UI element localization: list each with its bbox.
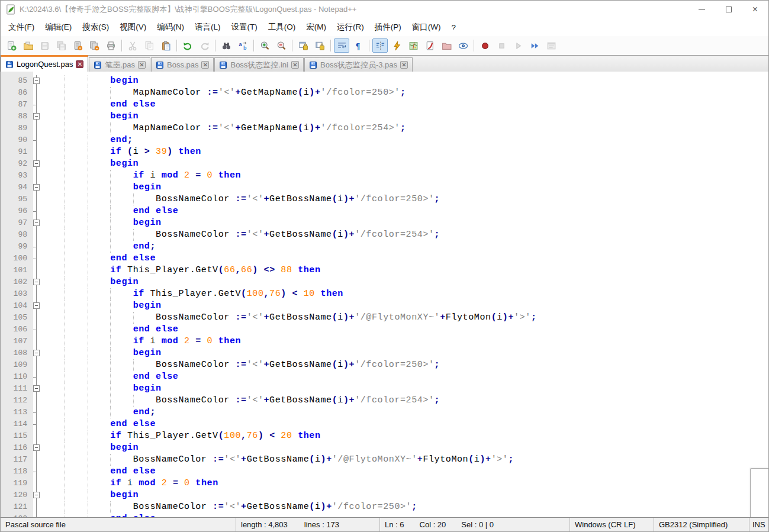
fold-collapse-box-icon[interactable] <box>33 492 40 498</box>
code-line[interactable]: BossNameColor :='<'+GetBossName(i)+'/fco… <box>41 501 417 513</box>
indent-guide-button[interactable] <box>372 38 388 53</box>
eol-format-indicator[interactable]: Windows (CR LF) <box>570 518 654 531</box>
code-line[interactable]: end else <box>41 205 178 217</box>
code-line[interactable]: begin <box>41 489 139 501</box>
code-line[interactable]: end; <box>41 241 156 253</box>
tab-笔墨.pas[interactable]: 笔墨.pas✕ <box>89 57 150 72</box>
function-list-button[interactable] <box>389 38 404 53</box>
fold-collapse-box-icon[interactable] <box>33 184 40 191</box>
cursor-position-section[interactable]: Ln : 6 Col : 20 Sel : 0 | 0 <box>380 518 569 531</box>
fold-collapse-box-icon[interactable] <box>33 385 40 392</box>
code-line[interactable]: if i mod 2 = 0 then <box>41 336 241 347</box>
code-line[interactable]: end else <box>41 99 156 111</box>
code-line[interactable]: end else <box>41 513 156 517</box>
code-line[interactable]: begin <box>41 300 162 312</box>
menu-item-O[interactable]: 工具(O) <box>263 20 301 35</box>
code-line[interactable]: begin <box>41 217 162 229</box>
show-all-chars-button[interactable]: ¶ <box>350 38 366 53</box>
fold-collapse-box-icon[interactable] <box>33 160 40 167</box>
menu-item-L[interactable]: 语言(L) <box>189 20 226 35</box>
folder-workspace-button[interactable] <box>439 38 454 53</box>
code-line[interactable]: if This_Player.GetV(66,66) <> 88 then <box>41 265 321 276</box>
fold-collapse-box-icon[interactable] <box>33 220 40 226</box>
menu-item-S[interactable]: 搜索(S) <box>77 20 114 35</box>
code-line[interactable]: begin <box>41 182 162 194</box>
replace-button[interactable]: ab <box>235 38 250 53</box>
code-line[interactable]: BossNameColor :='<'+GetBossName(i)+'/fco… <box>41 194 440 205</box>
sync-scroll-h-button[interactable] <box>312 38 327 53</box>
word-wrap-button[interactable] <box>334 38 349 53</box>
code-line[interactable]: begin <box>41 75 139 87</box>
code-line[interactable]: end else <box>41 418 156 430</box>
menu-item-V[interactable]: 视图(V) <box>114 20 152 35</box>
new-file-button[interactable] <box>4 38 19 53</box>
menu-item-F[interactable]: 文件(F) <box>3 20 40 35</box>
menu-item-?[interactable]: ? <box>446 21 461 34</box>
tab-close-icon[interactable]: ✕ <box>76 60 83 68</box>
tab-Boss状态监控.ini[interactable]: Boss状态监控.ini✕ <box>214 57 304 72</box>
sync-scroll-v-button[interactable] <box>295 38 311 53</box>
undo-button[interactable] <box>180 38 195 53</box>
fold-collapse-box-icon[interactable] <box>33 302 40 309</box>
macro-record-button[interactable] <box>477 38 493 53</box>
tab-close-icon[interactable]: ✕ <box>201 61 209 69</box>
code-line[interactable]: BossNameColor :='<'+GetBossName(i)+'/@Fl… <box>41 312 536 324</box>
menu-item-M[interactable]: 宏(M) <box>301 20 332 35</box>
code-line[interactable]: if (i > 39) then <box>41 146 201 158</box>
code-line[interactable]: if This_Player.GetV(100,76) < 20 then <box>41 430 321 442</box>
fold-collapse-box-icon[interactable] <box>33 78 40 84</box>
fold-collapse-box-icon[interactable] <box>33 113 40 120</box>
tab-LogonQuest.pas[interactable]: LogonQuest.pas✕ <box>1 55 88 72</box>
code-line[interactable]: begin <box>41 276 139 288</box>
close-doc-button[interactable] <box>70 38 85 53</box>
code-line[interactable]: end else <box>41 466 156 478</box>
find-button[interactable] <box>218 38 234 53</box>
tab-Boss.pas[interactable]: Boss.pas✕ <box>151 57 214 72</box>
code-line[interactable]: begin <box>41 111 139 122</box>
tab-close-icon[interactable]: ✕ <box>400 61 408 69</box>
print-button[interactable] <box>103 38 118 53</box>
encoding-indicator[interactable]: GB2312 (Simplified) <box>654 518 749 531</box>
fold-collapse-box-icon[interactable] <box>33 350 40 356</box>
code-line[interactable]: if i mod 2 = 0 then <box>41 170 241 182</box>
code-line[interactable]: end else <box>41 371 178 383</box>
zoom-out-button[interactable] <box>274 38 289 53</box>
code-line[interactable]: BossNameColor :='<'+GetBossName(i)+'/fco… <box>41 395 440 407</box>
menu-item-N[interactable]: 编码(N) <box>152 20 189 35</box>
code-line[interactable]: begin <box>41 347 162 359</box>
code-line[interactable]: if i mod 2 = 0 then <box>41 478 218 489</box>
menu-item-W[interactable]: 窗口(W) <box>407 20 446 35</box>
zoom-in-button[interactable] <box>257 38 272 53</box>
code-line[interactable]: end else <box>41 253 156 265</box>
tab-close-icon[interactable]: ✕ <box>291 61 299 69</box>
maximize-button[interactable] <box>715 1 742 18</box>
code-line[interactable]: end; <box>41 407 156 418</box>
code-line[interactable]: if This_Player.GetV(100,76) < 10 then <box>41 288 343 300</box>
code-line[interactable]: begin <box>41 442 139 454</box>
code-line[interactable]: MapNameColor :='<'+GetMapName(i)+'/fcolo… <box>41 122 406 134</box>
tab-Boss状态监控员-3.pas[interactable]: Boss状态监控员-3.pas✕ <box>304 57 413 72</box>
fold-collapse-box-icon[interactable] <box>33 444 40 451</box>
paste-button[interactable] <box>158 38 173 53</box>
close-button[interactable]: × <box>742 1 768 18</box>
menu-item-R[interactable]: 运行(R) <box>332 20 369 35</box>
code-line[interactable]: end else <box>41 324 178 336</box>
code-line[interactable]: end; <box>41 134 133 146</box>
menu-item-P[interactable]: 插件(P) <box>369 20 407 35</box>
tab-close-icon[interactable]: ✕ <box>138 61 146 69</box>
close-all-docs-button[interactable] <box>86 38 102 53</box>
doc-map-button[interactable] <box>406 38 421 53</box>
minimize-button[interactable] <box>688 1 715 18</box>
macro-run-multi-button[interactable] <box>527 38 542 53</box>
doc-switcher-button[interactable] <box>422 38 437 53</box>
code-line[interactable]: begin <box>41 158 139 170</box>
menu-item-T[interactable]: 设置(T) <box>226 20 263 35</box>
fold-collapse-box-icon[interactable] <box>33 279 40 285</box>
insert-mode-indicator[interactable]: INS <box>749 518 768 531</box>
open-file-button[interactable] <box>20 38 36 53</box>
menu-item-E[interactable]: 编辑(E) <box>40 20 77 35</box>
code-line[interactable]: begin <box>41 383 162 395</box>
code-editor[interactable]: 85 begin86 MapNameColor :='<'+GetMapName… <box>1 72 768 517</box>
code-line[interactable]: BossNameColor :='<'+GetBossName(i)+'/@Fl… <box>41 454 514 466</box>
code-line[interactable]: BossNameColor :='<'+GetBossName(i)+'/fco… <box>41 359 440 371</box>
